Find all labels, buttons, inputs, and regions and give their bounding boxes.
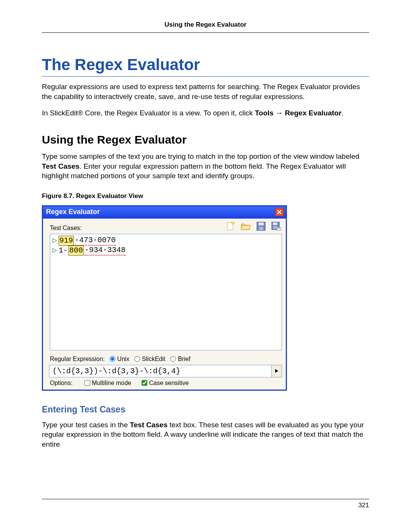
open-folder-icon (241, 222, 251, 231)
syntax-brief-label: Brief (178, 356, 190, 363)
close-button[interactable] (275, 208, 284, 216)
match-arrow-icon: ▷ (53, 246, 57, 255)
match-arrow-icon: ▷ (53, 236, 57, 245)
pre-text: 1- (59, 246, 68, 255)
figure-caption: Figure 8.7. Regex Evaluator View (42, 192, 369, 200)
regex-evaluator-panel: Regex Evaluator Test Cases: (42, 205, 287, 391)
case-sensitive-label: Case sensitive (149, 380, 189, 387)
intro-p2-part-a: In SlickEdit® Core, the Regex Evaluator … (42, 109, 255, 117)
open-folder-button[interactable] (240, 221, 252, 232)
svg-rect-7 (273, 222, 277, 225)
case-sensitive-checkbox[interactable]: Case sensitive (142, 380, 189, 387)
svg-rect-4 (258, 222, 264, 225)
multiline-label: Multiline mode (92, 380, 131, 387)
intro-p2-part-c: . (341, 109, 343, 117)
syntax-slickedit-input[interactable] (134, 356, 140, 362)
sub-p-a: Type your test cases in the (42, 421, 130, 429)
syntax-unix-label: Unix (117, 356, 129, 363)
test-line: ▷ 919-473-0070 (53, 236, 279, 246)
options-row: Options: Multiline mode Case sensitive (43, 378, 286, 390)
multiline-checkbox[interactable]: Multiline mode (85, 380, 131, 387)
syntax-slickedit-label: SlickEdit (142, 356, 165, 363)
syntax-unix-input[interactable] (110, 356, 115, 362)
panel-titlebar[interactable]: Regex Evaluator (43, 206, 286, 219)
match-rest: -934-3348 (84, 246, 126, 256)
syntax-slickedit-radio[interactable]: SlickEdit (135, 356, 165, 363)
test-cases-term-2: Test Cases (130, 421, 167, 429)
subsection-heading: Entering Test Cases (42, 404, 369, 415)
case-sensitive-input[interactable] (142, 380, 147, 386)
test-cases-label: Test Cases: (50, 225, 82, 232)
subsection-paragraph: Type your test cases in the Test Cases t… (42, 420, 369, 449)
save-icon (256, 221, 266, 231)
test-cases-term: Test Cases (42, 162, 80, 170)
svg-marker-12 (275, 369, 278, 373)
panel-title-text: Regex Evaluator (46, 208, 100, 216)
page-title: The Regex Evaluator (42, 56, 369, 77)
regex-history-button[interactable] (272, 365, 282, 377)
match-group: 919 (59, 236, 74, 246)
svg-point-2 (232, 222, 235, 225)
match-rest: -473-0070 (75, 236, 116, 246)
menu-path: Tools → Regex Evaluator (255, 109, 342, 117)
save-button[interactable] (255, 221, 267, 232)
close-icon (277, 210, 282, 214)
svg-rect-5 (259, 227, 263, 230)
test-cases-textarea[interactable]: ▷ 919-473-0070 ▷ 1-800-934-3348 (50, 234, 282, 350)
match-group: 800 (68, 246, 84, 256)
multiline-input[interactable] (84, 380, 90, 386)
intro-paragraph-1: Regular expressions are used to express … (42, 82, 369, 101)
save-as-icon (271, 221, 282, 231)
page-number: 321 (358, 502, 369, 509)
save-as-button[interactable] (271, 221, 282, 232)
running-head: Using the Regex Evaluator (42, 21, 369, 33)
sect-p-a: Type some samples of the text you are tr… (42, 152, 359, 160)
intro-paragraph-2: In SlickEdit® Core, the Regex Evaluator … (42, 108, 369, 118)
new-file-button[interactable] (225, 221, 236, 232)
sect-p-c: . Enter your regular expression pattern … (42, 162, 346, 180)
section-heading: Using the Regex Evaluator (42, 133, 369, 146)
options-label: Options: (50, 380, 73, 387)
svg-rect-8 (273, 226, 277, 229)
new-file-icon (226, 221, 235, 231)
syntax-row: Regular Expression: Unix SlickEdit Brief (43, 354, 286, 364)
page-footer: 321 (42, 499, 369, 509)
syntax-brief-input[interactable] (170, 356, 176, 362)
syntax-unix-radio[interactable]: Unix (110, 356, 129, 363)
section-paragraph: Type some samples of the text you are tr… (42, 152, 369, 181)
regex-input[interactable]: (\:d{3,3})-\:d{3,3}-\:d{3,4} (49, 365, 272, 377)
regex-label: Regular Expression: (50, 356, 105, 363)
test-line: ▷ 1-800-934-3348 (53, 246, 279, 256)
syntax-brief-radio[interactable]: Brief (170, 356, 190, 363)
chevron-right-icon (275, 369, 279, 373)
